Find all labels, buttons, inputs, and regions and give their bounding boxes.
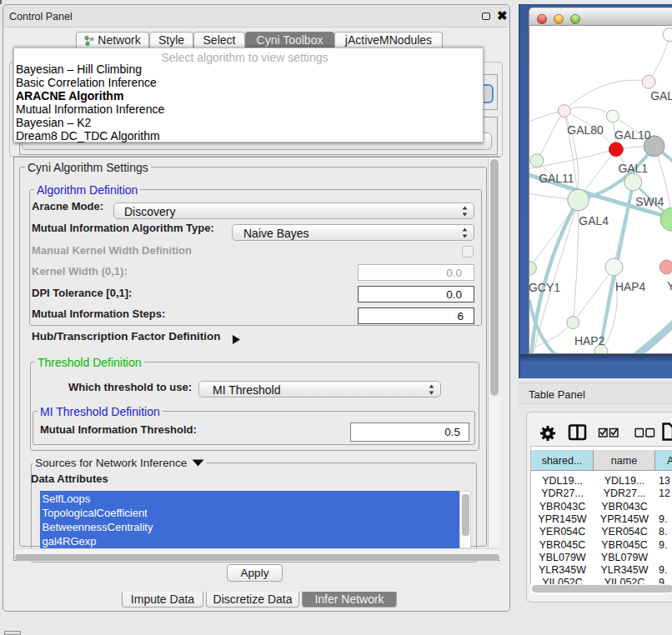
svg-text:Y: Y — [667, 279, 672, 292]
svg-text:HAP4: HAP4 — [615, 280, 646, 293]
svg-text:GAL11: GAL11 — [539, 172, 574, 185]
svg-text:GAL: GAL — [650, 89, 672, 102]
svg-text:GAL4: GAL4 — [579, 214, 609, 228]
svg-text:GAL80: GAL80 — [567, 123, 604, 137]
svg-text:GCY1: GCY1 — [529, 281, 560, 294]
svg-text:SWI4: SWI4 — [635, 195, 664, 208]
svg-text:GAL1: GAL1 — [618, 162, 648, 175]
svg-text:GAL10: GAL10 — [614, 128, 651, 142]
svg-text:HAP2: HAP2 — [574, 334, 605, 348]
